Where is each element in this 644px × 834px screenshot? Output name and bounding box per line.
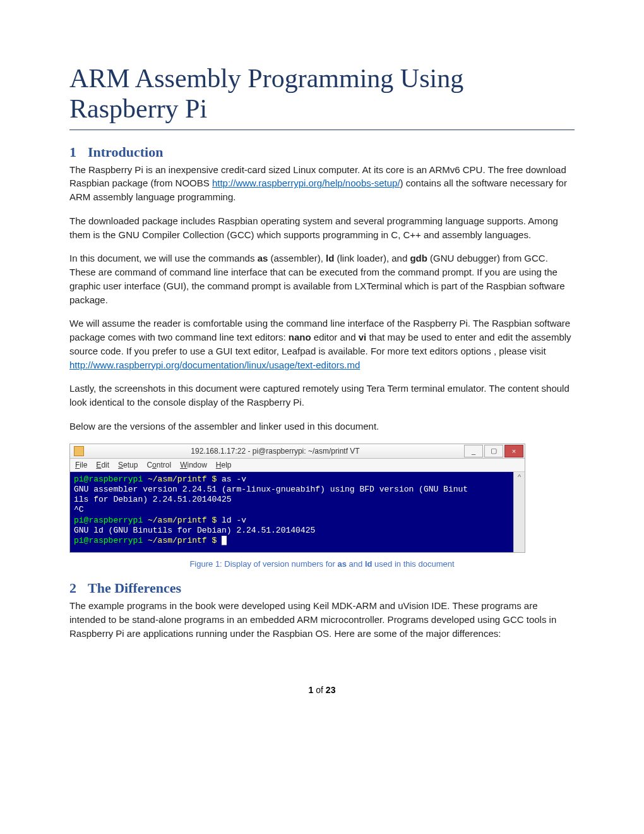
paragraph: Below are the versions of the assembler … <box>69 420 575 433</box>
heading-introduction: 1Introduction <box>69 144 575 160</box>
terminal-menubar: File Edit Setup Control Window Help <box>70 459 525 472</box>
heading-number: 1 <box>69 144 76 160</box>
cursor-icon: █ <box>222 536 227 545</box>
document-title: ARM Assembly Programming Using Raspberry… <box>69 63 575 124</box>
window-buttons: _ ▢ × <box>463 445 523 457</box>
heading-text: The Differences <box>88 580 181 596</box>
scrollbar[interactable]: ^ <box>513 472 525 553</box>
paragraph: The downloaded package includes Raspbian… <box>69 214 575 242</box>
title-underline <box>69 130 575 130</box>
close-button[interactable]: × <box>504 445 523 457</box>
teraterm-icon <box>74 446 84 456</box>
paragraph: Lastly, the screenshots in this document… <box>69 382 575 409</box>
page-total: 23 <box>326 685 336 695</box>
paragraph: The Raspberry Pi is an inexpensive credi… <box>69 163 575 204</box>
maximize-button[interactable]: ▢ <box>484 445 503 457</box>
cmd-as: as <box>258 253 268 263</box>
menu-file[interactable]: File <box>75 461 87 469</box>
cmd-gdb: gdb <box>410 253 427 263</box>
terminal-body[interactable]: pi@raspberrypi ~/asm/printf $ as -v GNU … <box>70 472 513 553</box>
page-footer: 1 of 23 <box>69 685 575 695</box>
minimize-button[interactable]: _ <box>464 445 483 457</box>
menu-control[interactable]: Control <box>146 461 171 469</box>
terminal-window: 192.168.1.17:22 - pi@raspberrypi: ~/asm/… <box>69 444 525 553</box>
menu-window[interactable]: Window <box>180 461 207 469</box>
document-page: ARM Assembly Programming Using Raspberry… <box>0 0 644 733</box>
heading-differences: 2The Differences <box>69 580 575 596</box>
scroll-up-icon[interactable]: ^ <box>518 473 521 481</box>
paragraph: The example programs in the book were de… <box>69 599 575 640</box>
editor-vi: vi <box>359 332 367 342</box>
editor-nano: nano <box>289 332 311 342</box>
menu-help[interactable]: Help <box>216 461 232 469</box>
link-text-editors[interactable]: http://www.raspberrypi.org/documentation… <box>69 360 360 370</box>
terminal-title: 192.168.1.17:22 - pi@raspberrypi: ~/asm/… <box>88 447 463 456</box>
link-noobs-setup[interactable]: http://www.raspberrypi.org/help/noobs-se… <box>212 178 400 188</box>
menu-edit[interactable]: Edit <box>96 461 109 469</box>
figure-caption: Figure 1: Display of version numbers for… <box>69 559 575 569</box>
paragraph: We will assume the reader is comfortable… <box>69 317 575 372</box>
menu-setup[interactable]: Setup <box>118 461 138 469</box>
terminal-titlebar: 192.168.1.17:22 - pi@raspberrypi: ~/asm/… <box>70 444 525 459</box>
cmd-ld: ld <box>326 253 334 263</box>
heading-text: Introduction <box>88 144 163 160</box>
heading-number: 2 <box>69 580 76 596</box>
paragraph: In this document, we will use the comman… <box>69 251 575 306</box>
